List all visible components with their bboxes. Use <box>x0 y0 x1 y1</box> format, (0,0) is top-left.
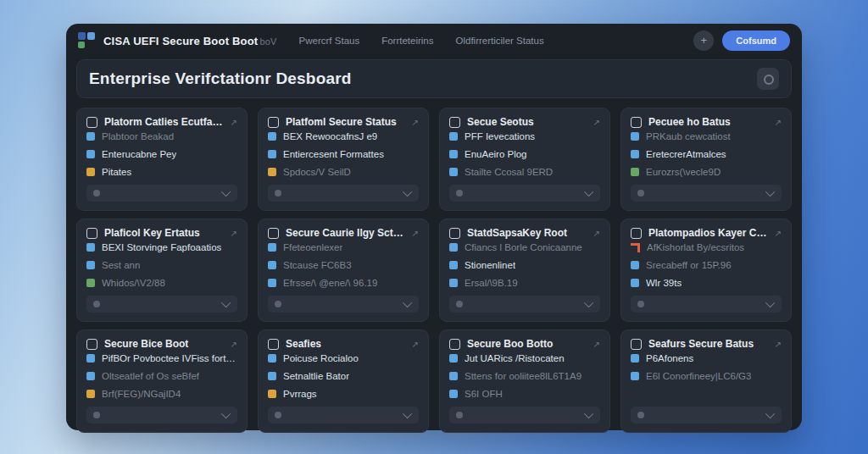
card-dropdown[interactable] <box>86 296 237 313</box>
checkbox-icon[interactable] <box>631 228 642 239</box>
chevron-down-icon <box>765 187 775 197</box>
expand-arrow-icon[interactable]: ↗ <box>775 340 782 349</box>
expand-arrow-icon[interactable]: ↗ <box>231 118 237 127</box>
card-title: Platfoml Secure Status <box>286 116 405 128</box>
expand-arrow-icon[interactable]: ↗ <box>593 229 600 238</box>
status-item: AfKishorlat By/ecsritos <box>631 242 782 252</box>
status-bullet-icon <box>449 261 458 269</box>
expand-arrow-icon[interactable]: ↗ <box>412 340 419 349</box>
card-dropdown[interactable] <box>268 407 419 424</box>
status-item: Sest ann <box>86 260 237 270</box>
status-item: Ersal/\9B.19 <box>449 278 600 288</box>
card-dropdown[interactable] <box>449 407 600 424</box>
status-item: Pvrrags <box>268 389 419 399</box>
card-dropdown[interactable] <box>86 407 237 424</box>
status-item: Spdocs/V SeilD <box>268 167 419 177</box>
checkbox-icon[interactable] <box>86 228 97 239</box>
status-bullet-icon <box>268 372 276 380</box>
flag-icon <box>631 243 640 252</box>
status-bullet-icon <box>86 132 95 141</box>
card-dropdown[interactable] <box>268 296 419 313</box>
card-header: Platfoml Secure Status ↗ <box>268 116 419 128</box>
nav-item-overall-status[interactable]: Pwercrf Staus <box>299 36 360 46</box>
expand-arrow-icon[interactable]: ↗ <box>412 118 419 127</box>
status-bullet-icon <box>86 390 95 398</box>
status-item: Wlr 39ts <box>631 278 782 288</box>
select-dot-icon <box>275 190 281 197</box>
status-item: Jut UARics /Ristocaten <box>449 353 600 363</box>
expand-arrow-icon[interactable]: ↗ <box>231 229 237 238</box>
card-title: Secue Seotus <box>467 116 587 128</box>
checkbox-icon[interactable] <box>268 339 279 350</box>
status-label: PFF Ievecations <box>465 131 535 141</box>
checkbox-icon[interactable] <box>449 117 460 128</box>
settings-button[interactable] <box>757 68 779 90</box>
status-bullet-icon <box>449 390 458 398</box>
status-bullet-icon <box>268 390 276 398</box>
status-item: Cfiancs l Borle Conicaanne <box>449 242 600 252</box>
checkbox-icon[interactable] <box>268 117 279 128</box>
select-dot-icon <box>93 190 100 197</box>
status-item: PFF Ievecations <box>449 131 600 141</box>
status-bullet-icon <box>86 150 95 158</box>
status-bullet-icon <box>449 243 458 252</box>
expand-arrow-icon[interactable]: ↗ <box>593 118 600 127</box>
status-item: EnuAeiro Plog <box>449 149 600 159</box>
status-label: Spdocs/V SeilD <box>283 167 351 177</box>
card-title: Secure Caurie Ilgy Sctjeßions <box>286 227 405 239</box>
card-dropdown[interactable] <box>449 296 600 313</box>
checkbox-icon[interactable] <box>449 339 460 350</box>
status-bullet-icon <box>268 243 276 252</box>
status-item: PRKaub cewcatiost <box>631 131 782 141</box>
checkbox-icon[interactable] <box>631 117 642 128</box>
select-dot-icon <box>275 412 281 418</box>
select-dot-icon <box>637 190 644 197</box>
chevron-down-icon <box>221 187 231 197</box>
checkbox-icon[interactable] <box>86 117 97 128</box>
card-header: Secure Boo Botto ↗ <box>449 338 600 350</box>
add-button[interactable]: + <box>693 30 714 51</box>
checkbox-icon[interactable] <box>268 228 279 239</box>
status-label: BEX RewoocafnsJ e9 <box>283 131 377 141</box>
status-label: Jut UARics /Ristocaten <box>465 353 565 363</box>
card-dropdown[interactable] <box>86 185 237 202</box>
page-title: Enterprise Verifctationr Desboard <box>89 69 757 88</box>
checkbox-icon[interactable] <box>449 228 460 239</box>
expand-arrow-icon[interactable]: ↗ <box>775 229 782 238</box>
status-bullet-icon <box>86 354 95 363</box>
status-list: Poicuse Rocialoo Setnaltlie Bator Pvrrag… <box>268 353 419 400</box>
card-dropdown[interactable] <box>268 185 419 202</box>
expand-arrow-icon[interactable]: ↗ <box>412 229 419 238</box>
card-dropdown[interactable] <box>449 185 600 202</box>
status-label: Ffeteoenlexer <box>283 242 342 252</box>
nav-item-controller-status[interactable]: Oldfirrerticiler Status <box>456 36 544 46</box>
status-item: Efrsse/\ @ene/\ 96.19 <box>268 278 419 288</box>
chevron-down-icon <box>765 298 775 307</box>
status-bullet-icon <box>86 261 95 269</box>
expand-arrow-icon[interactable]: ↗ <box>231 340 237 349</box>
card-secure-key-sections: Secure Caurie Ilgy Sctjeßions ↗ Ffeteoen… <box>258 219 429 322</box>
card-title: Platompadios Kayer Corsligattes <box>648 227 768 239</box>
status-label: PRKaub cewcatiost <box>646 131 731 141</box>
status-label: Pitates <box>102 167 131 177</box>
status-label: P6Afonens <box>646 353 693 363</box>
card-header: Secure Caurie Ilgy Sctjeßions ↗ <box>268 227 419 239</box>
primary-action-button[interactable]: Cofsumd <box>722 30 790 51</box>
status-label: PifBOr Povboctee IVFiss fortbecefet <box>102 353 237 363</box>
status-item: BEXI Storvinge Fapfoaatios <box>86 242 237 252</box>
status-item: Stailte Ccosal 9ERD <box>449 167 600 177</box>
card-dropdown[interactable] <box>631 407 782 424</box>
card-secure-io-status: Pecuee ho Batus ↗ PRKaub cewcatiost Eret… <box>620 108 792 211</box>
expand-arrow-icon[interactable]: ↗ <box>593 340 600 349</box>
checkbox-icon[interactable] <box>631 339 642 350</box>
status-bullet-icon <box>631 372 639 380</box>
card-dropdown[interactable] <box>631 185 782 202</box>
status-list: Jut UARics /Ristocaten Sttens for ooliit… <box>449 353 600 400</box>
nav-item-formations[interactable]: Forrteteirins <box>381 36 433 46</box>
expand-arrow-icon[interactable]: ↗ <box>775 118 782 127</box>
status-bullet-icon <box>449 279 458 287</box>
status-label: Entiercesent Formattes <box>283 149 384 159</box>
checkbox-icon[interactable] <box>86 339 97 350</box>
card-dropdown[interactable] <box>631 296 782 313</box>
card-secure-bios-boot: Secure Bice Boot ↗ PifBOr Povboctee IVFi… <box>76 329 248 433</box>
